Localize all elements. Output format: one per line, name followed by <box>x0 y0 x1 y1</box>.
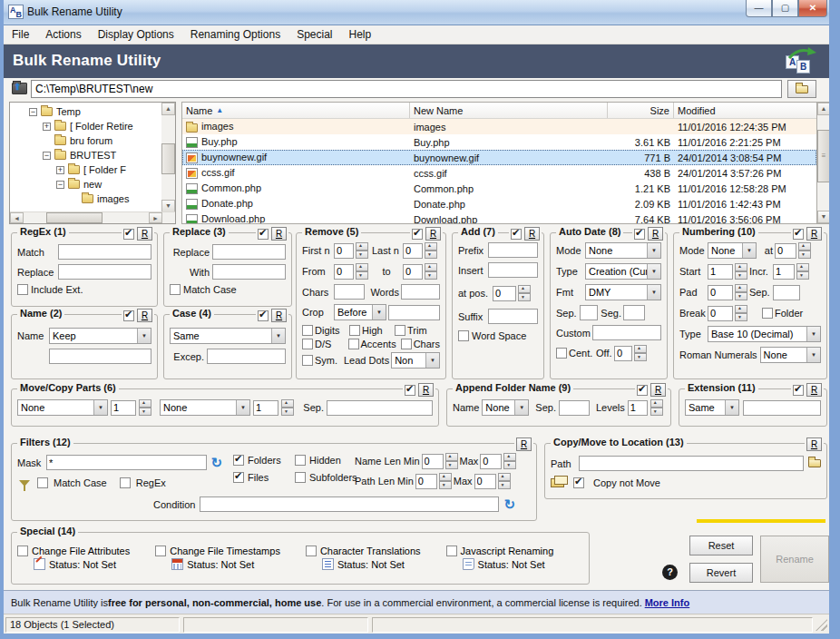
close-button[interactable]: ✕ <box>798 0 827 17</box>
date-fmt-dropdown[interactable]: DMY <box>585 284 661 300</box>
dropdown-arrow-icon[interactable] <box>514 400 528 415</box>
movecopy-part1-dropdown[interactable]: None <box>17 399 108 416</box>
menu-item-help[interactable]: Help <box>341 28 380 41</box>
high-checkbox[interactable] <box>349 325 360 336</box>
movecopy-part2-dropdown[interactable]: None <box>160 399 250 416</box>
dropdown-arrow-icon[interactable] <box>271 329 285 343</box>
num-start-spinner[interactable] <box>735 263 747 280</box>
tree-item[interactable]: −BRUTEST <box>10 148 161 162</box>
parent-folder-icon[interactable] <box>12 83 27 94</box>
tree-item[interactable]: −Temp <box>10 104 161 119</box>
trim-checkbox[interactable] <box>395 325 405 336</box>
refresh-icon[interactable]: ↻ <box>210 457 222 469</box>
name-reset-button[interactable]: R <box>137 309 152 322</box>
scroll-up-icon[interactable]: ▲ <box>817 103 830 115</box>
case-mode-dropdown[interactable]: Same <box>170 328 286 344</box>
minimize-button[interactable]: — <box>746 0 772 17</box>
scroll-down-icon[interactable]: ▼ <box>817 211 830 223</box>
more-info-link[interactable]: More Info <box>645 597 690 608</box>
path-len-min-input[interactable] <box>415 474 437 489</box>
off-input[interactable] <box>614 346 632 361</box>
copy-path-input[interactable] <box>579 456 804 471</box>
menu-item-display-options[interactable]: Display Options <box>90 28 182 41</box>
name-input[interactable] <box>49 349 151 364</box>
column-header-modified[interactable]: Modified <box>674 103 816 118</box>
filters-reset-button[interactable]: R <box>516 437 532 451</box>
num-sep-input[interactable] <box>773 285 800 300</box>
special-checkbox[interactable] <box>446 546 457 556</box>
dropdown-arrow-icon[interactable] <box>425 353 439 368</box>
copymove-location-reset-button[interactable]: R <box>806 437 822 451</box>
column-header-size[interactable]: Size <box>608 103 674 118</box>
from-spinner[interactable] <box>356 263 368 280</box>
add-enable-checkbox[interactable] <box>511 229 522 240</box>
tree-hscroll-thumb[interactable] <box>46 212 103 223</box>
word-space-checkbox[interactable] <box>458 330 469 341</box>
file-row[interactable]: Common.phpCommon.php1.21 KB11/01/2016 12… <box>182 181 816 196</box>
replace-input[interactable] <box>212 244 286 260</box>
file-list-vertical-scrollbar[interactable]: ▲ ≡ ▼ <box>816 102 831 224</box>
cent-checkbox[interactable] <box>556 348 567 359</box>
filter-files-checkbox[interactable] <box>233 472 244 483</box>
dropdown-arrow-icon[interactable] <box>372 305 386 320</box>
date-mode-dropdown[interactable]: None <box>585 242 661 259</box>
num-start-input[interactable] <box>708 264 733 280</box>
path-len-max-input[interactable] <box>474 474 496 489</box>
regex-replace-input[interactable] <box>58 264 151 280</box>
file-list-scroll-thumb[interactable]: ≡ <box>817 130 830 182</box>
dropdown-arrow-icon[interactable] <box>647 264 660 279</box>
replace-reset-button[interactable]: R <box>271 227 287 241</box>
num-type-dropdown[interactable]: Base 10 (Decimal) <box>708 326 821 342</box>
extension-input[interactable] <box>743 400 821 416</box>
rename-button[interactable]: Rename <box>760 536 829 583</box>
from-input[interactable] <box>334 264 354 280</box>
num-mode-dropdown[interactable]: None <box>708 242 757 259</box>
dropdown-arrow-icon[interactable] <box>93 400 107 415</box>
dropdown-arrow-icon[interactable] <box>742 243 756 258</box>
file-row[interactable]: imagesimages11/01/2016 12:24:35 PM <box>182 119 816 134</box>
excep-input[interactable] <box>207 349 286 364</box>
reset-button[interactable]: Reset <box>689 536 753 555</box>
suffix-input[interactable] <box>488 309 538 324</box>
filter-regex-checkbox[interactable] <box>120 477 131 488</box>
num-incr-spinner[interactable] <box>796 263 809 280</box>
refresh-icon[interactable]: ↻ <box>503 498 515 511</box>
case-reset-button[interactable]: R <box>271 309 287 322</box>
movecopy-count2-spinner[interactable] <box>281 399 294 416</box>
date-type-dropdown[interactable]: Creation (Cur <box>585 263 661 280</box>
resize-grip[interactable] <box>816 619 827 631</box>
autodate-enable-checkbox[interactable] <box>634 229 645 240</box>
tree-expander-icon[interactable]: + <box>43 123 51 131</box>
special-checkbox[interactable] <box>306 546 317 556</box>
file-row[interactable]: Download.phpDownload.php7.64 KB11/01/201… <box>182 211 816 224</box>
movecopy-sep-input[interactable] <box>327 400 433 416</box>
num-folder-checkbox[interactable] <box>762 308 773 319</box>
add-reset-button[interactable]: R <box>524 227 540 241</box>
append-reset-button[interactable]: R <box>650 383 666 397</box>
file-row[interactable]: buynownew.gifbuynownew.gif771 B24/01/201… <box>182 150 816 165</box>
filter-folders-checkbox[interactable] <box>233 455 244 466</box>
at-pos-spinner[interactable] <box>518 285 531 301</box>
numbering-reset-button[interactable]: R <box>806 227 822 241</box>
browse-folder-icon[interactable] <box>808 459 821 467</box>
chars-checkbox[interactable] <box>401 339 412 349</box>
tree-item[interactable]: +[ Folder Retire <box>10 119 161 133</box>
replace-match-case-checkbox[interactable] <box>170 284 181 295</box>
tree-expander-icon[interactable]: − <box>29 108 37 116</box>
regex-reset-button[interactable]: R <box>137 227 152 241</box>
remove-reset-button[interactable]: R <box>425 227 441 241</box>
scroll-up-icon[interactable]: ▲ <box>161 103 175 115</box>
filter-match-case-checkbox[interactable] <box>37 477 48 488</box>
movecopy-count1-spinner[interactable] <box>139 399 151 416</box>
date-custom-input[interactable] <box>592 325 661 340</box>
movecopy-reset-button[interactable]: R <box>418 383 434 397</box>
chars-input[interactable] <box>334 284 365 300</box>
lead-dots-dropdown[interactable]: Non <box>391 352 440 369</box>
digits-checkbox[interactable] <box>302 325 313 336</box>
num-at-input[interactable] <box>775 243 796 259</box>
append-levels-spinner[interactable] <box>650 399 663 416</box>
name-len-max-spinner[interactable] <box>503 453 516 469</box>
copy-not-move-checkbox[interactable] <box>573 477 584 488</box>
dropdown-arrow-icon[interactable] <box>806 327 820 341</box>
numbering-enable-checkbox[interactable] <box>793 229 804 240</box>
